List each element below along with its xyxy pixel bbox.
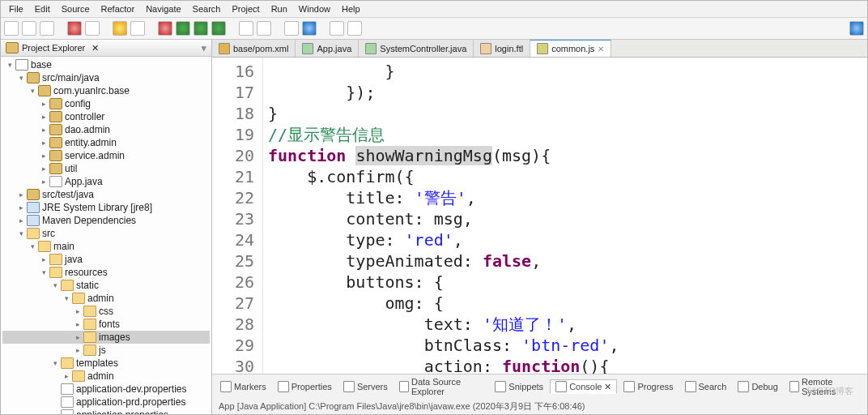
editor-tab[interactable]: base/pom.xml xyxy=(212,40,296,57)
tree-item[interactable]: ▸dao.admin xyxy=(2,123,210,136)
tree-item[interactable]: ▸fonts xyxy=(2,318,210,331)
tree-item[interactable]: ▸src/test/java xyxy=(2,188,210,201)
menu-search[interactable]: Search xyxy=(188,2,226,15)
twisty-icon[interactable]: ▸ xyxy=(74,305,82,318)
tool-wizard-icon[interactable] xyxy=(113,21,127,36)
tool-newserver-icon[interactable] xyxy=(239,21,253,36)
menu-window[interactable]: Window xyxy=(294,2,335,15)
tool-newclass-icon[interactable] xyxy=(257,21,271,36)
bottom-tab-data-source-explorer[interactable]: Data Source Explorer xyxy=(394,376,489,397)
bottom-tab-search[interactable]: Search xyxy=(680,380,732,393)
tool-build-icon[interactable] xyxy=(85,21,100,36)
tool-search-icon[interactable] xyxy=(302,21,317,36)
twisty-icon[interactable]: ▾ xyxy=(17,227,25,240)
code-editor[interactable]: 161718192021222324252627282930 } });}//显… xyxy=(212,58,867,374)
menu-file[interactable]: File xyxy=(4,2,28,15)
twisty-icon[interactable]: ▸ xyxy=(62,370,70,383)
twisty-icon[interactable]: ▸ xyxy=(40,175,48,188)
menu-run[interactable]: Run xyxy=(266,2,292,15)
twisty-icon[interactable]: ▸ xyxy=(17,188,25,201)
menu-refactor[interactable]: Refactor xyxy=(96,2,140,15)
project-tree[interactable]: ▾base▾src/main/java▾com.yuanlrc.base▸con… xyxy=(1,57,211,414)
menu-navigate[interactable]: Navigate xyxy=(141,2,185,15)
twisty-icon[interactable]: ▾ xyxy=(62,292,70,305)
tree-item[interactable]: ▾main xyxy=(2,240,210,253)
tree-item[interactable]: ▸css xyxy=(2,305,210,318)
twisty-icon[interactable]: ▸ xyxy=(74,344,82,357)
bottom-tab-progress[interactable]: Progress xyxy=(619,380,678,393)
tree-item[interactable]: application-prd.properties xyxy=(2,396,210,409)
twisty-icon[interactable]: ▸ xyxy=(40,253,48,266)
twisty-icon[interactable]: ▾ xyxy=(51,279,59,292)
menu-edit[interactable]: Edit xyxy=(30,2,55,15)
bottom-tab-properties[interactable]: Properties xyxy=(273,380,337,393)
bottom-tab-servers[interactable]: Servers xyxy=(338,380,393,393)
tool-openfile-icon[interactable] xyxy=(284,21,299,36)
tool-debug-icon[interactable] xyxy=(158,21,172,36)
tree-item[interactable]: ▸config xyxy=(2,97,210,110)
twisty-icon[interactable]: ▾ xyxy=(6,58,14,71)
tree-item[interactable]: ▸js xyxy=(2,344,210,357)
tree-item[interactable]: ▾base xyxy=(2,58,210,71)
tool-forward-icon[interactable] xyxy=(347,21,362,36)
tool-save-icon[interactable] xyxy=(22,21,36,36)
editor-tab[interactable]: App.java xyxy=(296,40,359,57)
twisty-icon[interactable]: ▾ xyxy=(51,357,59,370)
menu-help[interactable]: Help xyxy=(337,2,365,15)
twisty-icon[interactable]: ▸ xyxy=(40,97,48,110)
tool-runlast-icon[interactable] xyxy=(211,21,226,36)
tree-item[interactable]: ▾com.yuanlrc.base xyxy=(2,84,210,97)
tab-close-icon[interactable]: ✕ xyxy=(604,382,611,392)
tree-item[interactable]: ▾src/main/java xyxy=(2,71,210,84)
tool-run-icon[interactable] xyxy=(176,21,190,36)
twisty-icon[interactable]: ▸ xyxy=(17,214,25,227)
twisty-icon[interactable]: ▾ xyxy=(28,84,36,97)
twisty-icon[interactable]: ▸ xyxy=(40,123,48,136)
twisty-icon[interactable]: ▸ xyxy=(40,110,48,123)
menu-source[interactable]: Source xyxy=(57,2,95,15)
tree-item[interactable]: ▾admin xyxy=(2,292,210,305)
tool-package-icon[interactable] xyxy=(130,21,145,36)
twisty-icon[interactable]: ▾ xyxy=(17,71,25,84)
tree-item[interactable]: ▸admin xyxy=(2,370,210,383)
tree-item[interactable]: ▸entity.admin xyxy=(2,136,210,149)
twisty-icon[interactable]: ▸ xyxy=(74,331,82,344)
tool-back-icon[interactable] xyxy=(330,21,344,36)
twisty-icon[interactable]: ▸ xyxy=(40,136,48,149)
tool-stop-icon[interactable] xyxy=(67,21,82,36)
twisty-icon[interactable]: ▸ xyxy=(74,318,82,331)
tree-item[interactable]: application.properties xyxy=(2,409,210,414)
twisty-icon[interactable]: ▾ xyxy=(28,240,36,253)
twisty-icon[interactable]: ▸ xyxy=(17,201,25,214)
editor-tab[interactable]: login.ftl xyxy=(474,40,530,57)
tool-coverage-icon[interactable] xyxy=(194,21,208,36)
tool-new-icon[interactable] xyxy=(4,21,19,36)
editor-tab[interactable]: SystemController.java xyxy=(359,40,474,57)
bottom-tab-markers[interactable]: Markers xyxy=(215,380,271,393)
tree-item[interactable]: ▸JRE System Library [jre8] xyxy=(2,201,210,214)
twisty-icon[interactable]: ▸ xyxy=(40,149,48,162)
bottom-tab-console[interactable]: Console ✕ xyxy=(550,379,617,394)
tree-item[interactable]: ▸images xyxy=(2,331,210,344)
tool-perspective-icon[interactable] xyxy=(849,21,864,36)
tree-item[interactable]: ▾src xyxy=(2,227,210,240)
tree-item[interactable]: ▸service.admin xyxy=(2,149,210,162)
tool-saveall-icon[interactable] xyxy=(40,21,54,36)
tab-close-icon[interactable]: ✕ xyxy=(598,45,604,53)
tree-item[interactable]: ▸App.java xyxy=(2,175,210,188)
tree-item[interactable]: ▸controller xyxy=(2,110,210,123)
menu-project[interactable]: Project xyxy=(227,2,264,15)
editor-tab[interactable]: common.js✕ xyxy=(530,40,611,57)
bottom-tab-debug[interactable]: Debug xyxy=(733,380,782,393)
code-source[interactable]: } });}//显示警告信息function showWarningMsg(ms… xyxy=(263,58,867,374)
twisty-icon[interactable]: ▸ xyxy=(40,162,48,175)
tree-item[interactable]: ▾static xyxy=(2,279,210,292)
tree-item[interactable]: ▾templates xyxy=(2,357,210,370)
tree-item[interactable]: ▾resources xyxy=(2,266,210,279)
tree-item[interactable]: application-dev.properties xyxy=(2,383,210,396)
twisty-icon[interactable]: ▾ xyxy=(40,266,48,279)
tree-item[interactable]: ▸util xyxy=(2,162,210,175)
panel-close-icon[interactable]: ✕ xyxy=(91,43,99,53)
tree-item[interactable]: ▸java xyxy=(2,253,210,266)
bottom-tab-snippets[interactable]: Snippets xyxy=(490,380,548,393)
